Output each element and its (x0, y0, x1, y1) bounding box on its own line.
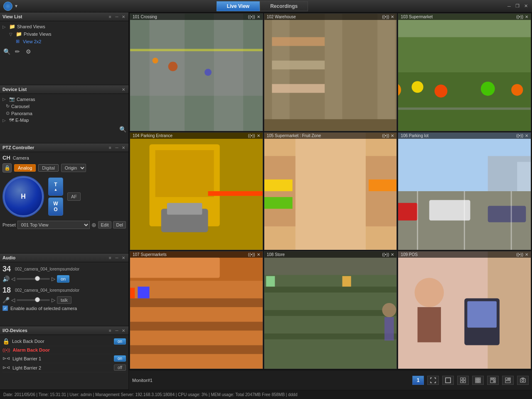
io-lock-on-btn[interactable]: on (114, 338, 126, 345)
camera-close-101[interactable]: ✕ (257, 15, 260, 19)
close-button[interactable]: ✕ (523, 3, 529, 9)
layout-1x1-btn[interactable] (442, 376, 454, 385)
io-minimize-icon[interactable]: ─ (114, 328, 119, 333)
camera-signal-104: ((•)) ✕ (248, 133, 260, 138)
camera-cell-103[interactable]: 103 Supermarket ((•)) ✕ (398, 13, 531, 131)
minimize-button[interactable]: ─ (506, 3, 512, 9)
tab-recordings[interactable]: Recordings (260, 1, 308, 11)
private-views-icon: 📁 (16, 31, 22, 37)
svg-rect-27 (155, 150, 214, 197)
device-list-panel: Device List ✕ ▷ 📷 Cameras ↻ Carousel ⊙ P… (0, 85, 128, 143)
speaker-icon: 🔊 (2, 276, 10, 282)
preset-del-btn[interactable]: Del (113, 221, 126, 229)
ptz-close-icon[interactable]: ✕ (121, 145, 126, 150)
private-views-item[interactable]: ▽ 📁 Private Views (2, 30, 126, 38)
camera-close-103[interactable]: ✕ (525, 15, 528, 19)
ptz-lock-icon[interactable]: 🔒 (2, 163, 12, 172)
ptz-joystick[interactable]: H (2, 176, 44, 217)
shared-views-item[interactable]: ▷ 📁 Shared Views (2, 23, 126, 30)
camera-name-107: 107 Supermarkets (133, 252, 167, 257)
cameras-icon: 📷 (9, 96, 15, 102)
edit-icon[interactable]: ✏ (13, 48, 22, 55)
audio-close-icon[interactable]: ✕ (121, 256, 126, 260)
svg-point-66 (382, 303, 396, 317)
camera-cell-108[interactable]: 108 Store ((•)) ✕ (264, 251, 397, 369)
ptz-analog-btn[interactable]: Analog (14, 164, 36, 172)
camera-close-105[interactable]: ✕ (391, 133, 394, 138)
camera-cell-101[interactable]: 101 Crossing ((•)) ✕ (130, 13, 263, 131)
ptz-tilt-btn[interactable]: T ▲ (48, 177, 63, 196)
camera-cell-104[interactable]: 104 Parking Entrance ((•)) ✕ (130, 132, 263, 250)
layout-3x3-btn[interactable] (472, 376, 484, 385)
ptz-digital-btn[interactable]: Digital (38, 164, 59, 172)
camera-cell-102[interactable]: 102 Warehouse ((•)) ✕ (264, 13, 397, 131)
preset-add-icon[interactable]: ⊕ (91, 222, 96, 228)
ptz-zoom-btn[interactable]: W O (48, 197, 63, 216)
panorama-icon: ⊙ (6, 111, 10, 116)
ptz-menu-icon[interactable]: ≡ (108, 145, 113, 150)
settings-icon[interactable]: ⚙ (24, 48, 32, 55)
camera-close-109[interactable]: ✕ (525, 252, 528, 257)
shared-views-label: Shared Views (17, 24, 45, 29)
camera-close-106[interactable]: ✕ (525, 133, 528, 138)
layout-1x1-icon (445, 377, 451, 383)
panorama-item[interactable]: ⊙ Panorama (2, 110, 126, 117)
search-icon[interactable]: 🔍 (2, 48, 11, 55)
io-menu-icon[interactable]: ≡ (108, 328, 113, 333)
io-close-icon[interactable]: ✕ (121, 328, 126, 333)
svg-rect-92 (494, 378, 495, 379)
camera-cell-107[interactable]: 107 Supermarkets ((•)) ✕ (130, 251, 263, 369)
io-lock-back-door-label: Lock Back Door (12, 339, 111, 344)
ptz-minimize-icon[interactable]: ─ (114, 145, 119, 150)
emap-item[interactable]: ▷ 🗺 E-Map (2, 117, 126, 123)
audio-minimize-icon[interactable]: ─ (114, 256, 119, 260)
app-menu-dropdown[interactable]: ▼ (14, 4, 18, 8)
camera-close-108[interactable]: ✕ (391, 252, 394, 257)
camera-label-102: 102 Warehouse ((•)) ✕ (264, 14, 397, 20)
svg-point-4 (168, 62, 178, 71)
tab-live-view[interactable]: Live View (217, 1, 260, 11)
ptz-origin-select[interactable]: Origin (61, 164, 86, 172)
camera-cell-105[interactable]: 105 Supermarket : Fruit Zone ((•)) ✕ (264, 132, 397, 250)
restore-button[interactable]: ❐ (515, 3, 520, 9)
io-light-barrier-2: ⊳⊲ Light Barrier 2 off (2, 363, 126, 372)
ptz-af-btn[interactable]: AF (67, 192, 81, 201)
camera-close-107[interactable]: ✕ (257, 252, 260, 257)
camera-cell-109[interactable]: 109 POS ((•)) ✕ (398, 251, 531, 369)
device-list-close-icon[interactable]: ✕ (121, 87, 126, 92)
layout-2x2-btn[interactable] (457, 376, 469, 385)
layout-mixed-btn[interactable] (487, 376, 499, 385)
audio-talk-btn[interactable]: talk (57, 296, 71, 304)
preset-select[interactable]: 001 Top View (17, 221, 90, 229)
signal-icon-105: ((•)) (382, 133, 389, 138)
mic-slider-track[interactable] (17, 299, 50, 301)
panorama-label: Panorama (11, 111, 32, 116)
view-list-menu-icon[interactable]: ≡ (108, 15, 113, 19)
camera-close-104[interactable]: ✕ (257, 133, 260, 138)
io-barrier1-on-btn[interactable]: on (114, 355, 126, 362)
audio-menu-icon[interactable]: ≡ (108, 256, 113, 260)
camera-label-108: 108 Store ((•)) ✕ (264, 251, 397, 258)
audio-on-btn[interactable]: on (57, 275, 69, 283)
layout-custom-btn[interactable] (502, 376, 514, 385)
view-list-minimize-icon[interactable]: ─ (114, 15, 119, 19)
audio-ch18-name: 002_camera_004_lorempsumdolor (15, 288, 126, 293)
cameras-item[interactable]: ▷ 📷 Cameras (2, 96, 126, 103)
camera-close-102[interactable]: ✕ (391, 15, 394, 19)
carousel-item[interactable]: ↻ Carousel (2, 103, 126, 110)
volume-slider-track[interactable] (17, 278, 50, 280)
view-2x2-item[interactable]: ⊞ View 2x2 (2, 38, 126, 45)
mic-slider-thumb[interactable] (35, 297, 40, 302)
volume-slider-thumb[interactable] (35, 276, 40, 281)
view-list-close-icon[interactable]: ✕ (121, 15, 126, 19)
preset-edit-btn[interactable]: Edit (98, 221, 112, 229)
svg-rect-3 (214, 14, 244, 131)
ptz-camera-label: Camera (13, 155, 29, 160)
camera-cell-106[interactable]: 106 Parking lot ((•)) ✕ (398, 132, 531, 250)
snapshot-btn[interactable] (517, 376, 529, 385)
audio-enable-checkbox[interactable]: ✓ (2, 305, 8, 311)
io-barrier2-off-btn[interactable]: off (114, 365, 126, 371)
view-list-controls: ≡ ─ ✕ (108, 15, 126, 19)
fit-screen-btn[interactable] (427, 376, 439, 385)
device-search-icon[interactable]: 🔍 (118, 126, 127, 133)
